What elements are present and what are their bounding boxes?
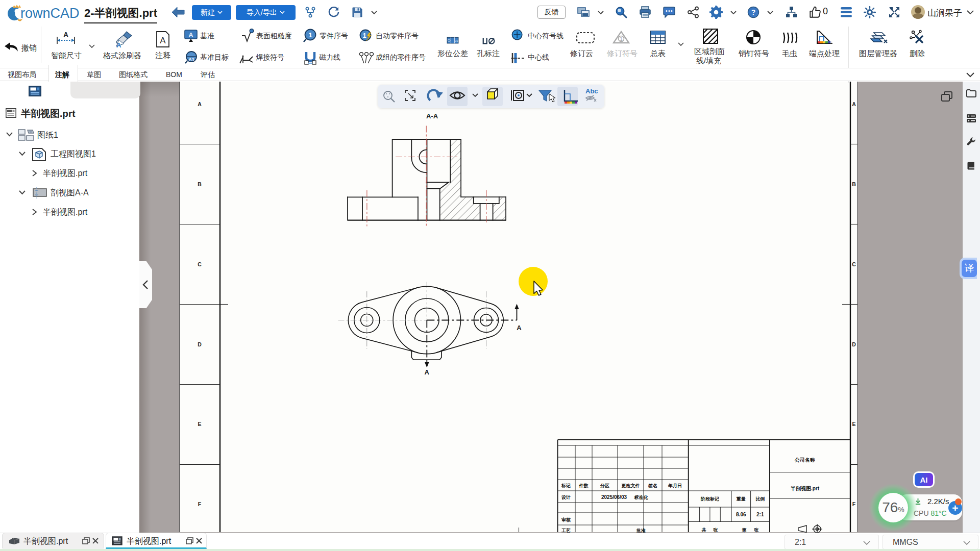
svg-text:F: F xyxy=(198,501,202,507)
svg-text:rownCAD: rownCAD xyxy=(20,6,80,21)
svg-text:张: 张 xyxy=(754,528,759,533)
svg-text:E: E xyxy=(852,421,855,427)
svg-text:A: A xyxy=(188,31,193,39)
svg-text:A: A xyxy=(160,36,166,45)
svg-text:审核: 审核 xyxy=(561,517,571,522)
svg-text:03: 03 xyxy=(455,39,458,42)
svg-text:C: C xyxy=(852,261,856,267)
svg-text:公司名称: 公司名称 xyxy=(794,457,815,463)
svg-text:E: E xyxy=(198,421,201,427)
svg-text:A-A: A-A xyxy=(426,112,438,120)
svg-text:B: B xyxy=(852,181,856,187)
svg-text:重量: 重量 xyxy=(736,496,746,502)
svg-text:年月日: 年月日 xyxy=(668,483,682,488)
svg-text:工艺: 工艺 xyxy=(561,528,571,533)
svg-text:1: 1 xyxy=(620,36,623,42)
svg-text:A: A xyxy=(852,101,856,107)
svg-text:F: F xyxy=(852,501,856,507)
svg-text:签名: 签名 xyxy=(648,483,657,488)
svg-text:C: C xyxy=(198,261,202,267)
svg-text:B: B xyxy=(198,181,202,187)
svg-text:更改文件: 更改文件 xyxy=(622,483,640,488)
svg-text:张: 张 xyxy=(713,528,718,533)
svg-text:标记: 标记 xyxy=(561,483,571,488)
svg-text:2025/06/03: 2025/06/03 xyxy=(601,494,627,500)
svg-text:1: 1 xyxy=(308,31,312,39)
svg-text:批准: 批准 xyxy=(636,528,646,533)
svg-text:Abc: Abc xyxy=(585,87,598,95)
svg-text:件数: 件数 xyxy=(579,483,589,488)
svg-text:A: A xyxy=(63,31,68,39)
svg-text:分区: 分区 xyxy=(600,483,609,488)
svg-text:第: 第 xyxy=(742,528,747,533)
svg-text:8.06: 8.06 xyxy=(736,512,746,517)
svg-text:A1: A1 xyxy=(188,57,194,62)
svg-text:D: D xyxy=(198,341,202,347)
svg-text:2:1: 2:1 xyxy=(756,512,764,517)
svg-text:A: A xyxy=(517,324,522,332)
svg-text:?: ? xyxy=(751,8,756,16)
svg-text:设计: 设计 xyxy=(561,495,571,500)
svg-text:1: 1 xyxy=(362,32,366,39)
svg-text:共: 共 xyxy=(702,528,706,533)
svg-text:A: A xyxy=(116,41,121,49)
svg-text:半剖视图.prt: 半剖视图.prt xyxy=(790,486,820,491)
svg-text:阶段标记: 阶段标记 xyxy=(701,496,719,502)
svg-text:标准化: 标准化 xyxy=(634,495,649,500)
svg-text:A: A xyxy=(198,101,202,107)
svg-text:比例: 比例 xyxy=(755,496,765,502)
svg-text:A: A xyxy=(425,368,430,376)
svg-text:D: D xyxy=(852,341,856,347)
